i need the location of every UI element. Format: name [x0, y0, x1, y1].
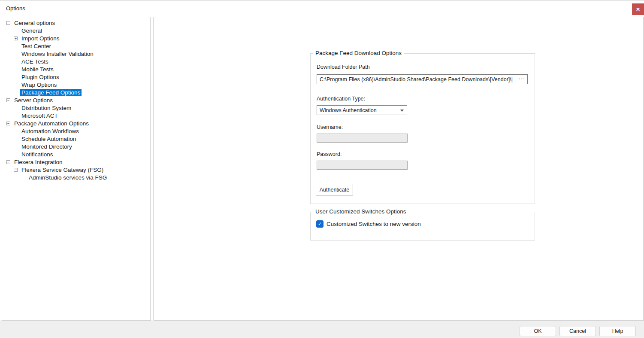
window-title: Options — [6, 5, 25, 12]
tree-item[interactable]: General — [2, 27, 151, 34]
tree-item-label: Windows Installer Validation — [20, 50, 95, 58]
tree-item-label: Monitored Directory — [20, 143, 73, 150]
tree-item[interactable]: Windows Installer Validation — [2, 50, 151, 58]
expander-spacer — [14, 152, 18, 156]
tree-item[interactable]: −Flexera Integration — [2, 158, 151, 166]
tree-item[interactable]: AdminStudio services via FSG — [2, 174, 151, 181]
authentication-type-value: Windows Authentication — [320, 107, 377, 113]
download-folder-path-field[interactable]: ··· — [317, 74, 528, 84]
options-tree[interactable]: −General optionsGeneral+Import OptionsTe… — [2, 17, 151, 320]
tree-item[interactable]: Plugin Options — [2, 73, 151, 81]
tree-item[interactable]: −General options — [2, 19, 151, 27]
cancel-button[interactable]: Cancel — [559, 326, 596, 336]
download-folder-path-input[interactable] — [317, 75, 519, 84]
collapse-expander-icon[interactable]: − — [6, 98, 10, 102]
tree-item[interactable]: Schedule Automation — [2, 135, 151, 143]
options-dialog: Options ✕ −General optionsGeneral+Import… — [0, 0, 644, 338]
tree-item-label: Package Automation Options — [13, 120, 90, 127]
tree-item[interactable]: +Import Options — [2, 34, 151, 42]
chevron-down-icon — [400, 110, 404, 112]
customized-switches-label: Customized Switches to new version — [327, 221, 421, 227]
expander-spacer — [14, 91, 18, 94]
collapse-expander-icon[interactable]: − — [6, 160, 10, 164]
expander-spacer — [14, 75, 18, 79]
expander-spacer — [14, 129, 18, 133]
tree-item-label: AdminStudio services via FSG — [27, 174, 108, 181]
tree-item[interactable]: Distribution System — [2, 104, 151, 112]
group-title: Package Feed Download Options — [313, 50, 404, 56]
expander-spacer — [14, 145, 18, 149]
username-field — [317, 134, 408, 143]
authentication-type-label: Authentication Type: — [317, 96, 365, 102]
tree-item-label: Server Options — [13, 97, 54, 104]
expander-spacer — [14, 137, 18, 141]
expander-spacer — [14, 106, 18, 110]
authentication-type-dropdown[interactable]: Windows Authentication — [317, 105, 407, 115]
browse-ellipsis-icon[interactable]: ··· — [519, 76, 527, 83]
collapse-expander-icon[interactable]: − — [6, 122, 10, 125]
titlebar: Options ✕ — [0, 0, 644, 17]
tree-item[interactable]: Automation Workflows — [2, 127, 151, 135]
group-title: User Customized Switches Options — [313, 208, 408, 215]
download-folder-path-label: Download Folder Path — [317, 64, 370, 70]
tree-item[interactable]: ACE Tests — [2, 58, 151, 65]
expander-spacer — [21, 176, 25, 180]
checkmark-icon: ✓ — [318, 222, 322, 226]
tree-item[interactable]: Wrap Options — [2, 81, 151, 88]
help-button[interactable]: Help — [599, 326, 636, 336]
tree-item[interactable]: −Server Options — [2, 96, 151, 104]
expander-spacer — [14, 114, 18, 118]
tree-item[interactable]: −Package Automation Options — [2, 119, 151, 127]
authenticate-button[interactable]: Authenticate — [316, 184, 353, 195]
password-label: Password: — [317, 151, 342, 157]
expand-expander-icon[interactable]: + — [14, 37, 18, 40]
user-customized-switches-options-group: User Customized Switches Options ✓ Custo… — [310, 212, 535, 241]
username-label: Username: — [317, 124, 343, 130]
settings-panel: Package Feed Download Options Download F… — [154, 17, 644, 320]
tree-item-label: Wrap Options — [20, 81, 58, 88]
collapse-expander-icon[interactable]: − — [14, 168, 18, 172]
close-icon: ✕ — [636, 7, 640, 12]
tree-item-label: Test Center — [20, 43, 52, 50]
tree-item-label: Flexera Integration — [13, 158, 64, 166]
tree-item[interactable]: −Flexera Service Gateway (FSG) — [2, 166, 151, 174]
tree-item[interactable]: Mobile Tests — [2, 65, 151, 73]
tree-item-label: Flexera Service Gateway (FSG) — [20, 166, 105, 174]
tree-item-label: General options — [13, 19, 56, 27]
customized-switches-checkbox[interactable]: ✓ — [316, 220, 324, 228]
expander-spacer — [14, 29, 18, 33]
tree-item-label: Schedule Automation — [20, 135, 78, 143]
package-feed-download-options-group: Package Feed Download Options Download F… — [310, 53, 535, 204]
tree-item-label: Import Options — [20, 35, 61, 42]
tree-item-label: Mobile Tests — [20, 66, 55, 73]
tree-item[interactable]: Notifications — [2, 150, 151, 158]
tree-item-label: Microsoft ACT — [20, 112, 59, 119]
collapse-expander-icon[interactable]: − — [6, 21, 10, 25]
expander-spacer — [14, 60, 18, 64]
close-button[interactable]: ✕ — [632, 3, 644, 15]
tree-item[interactable]: Monitored Directory — [2, 143, 151, 150]
tree-item-label: Plugin Options — [20, 73, 60, 81]
tree-item-label: General — [20, 27, 43, 34]
ok-button[interactable]: OK — [520, 326, 556, 336]
tree-item-label: Package Feed Options — [20, 89, 82, 96]
tree-item-label: Automation Workflows — [20, 128, 80, 135]
expander-spacer — [14, 67, 18, 71]
tree-item-label: Distribution System — [20, 104, 73, 112]
customized-switches-row: ✓ Customized Switches to new version — [316, 220, 421, 228]
tree-item-label: ACE Tests — [20, 58, 50, 65]
tree-item[interactable]: Package Feed Options — [2, 88, 151, 96]
dialog-footer: OK Cancel Help — [0, 320, 644, 338]
tree-item-label: Notifications — [20, 151, 54, 158]
expander-spacer — [14, 52, 18, 56]
password-field — [317, 161, 408, 170]
expander-spacer — [14, 44, 18, 48]
tree-item[interactable]: Test Center — [2, 42, 151, 50]
expander-spacer — [14, 83, 18, 87]
tree-item[interactable]: Microsoft ACT — [2, 112, 151, 119]
